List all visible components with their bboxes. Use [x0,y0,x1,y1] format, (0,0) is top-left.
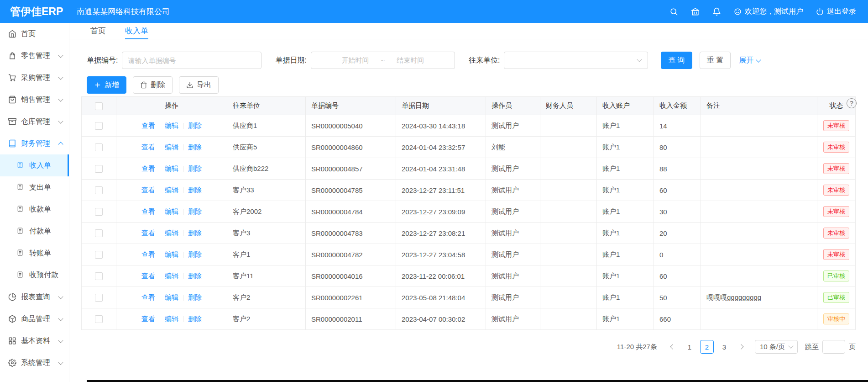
divider [183,209,183,215]
sidebar-item-basic-data[interactable]: 基本资料 [0,330,69,352]
edit-link[interactable]: 编辑 [165,293,178,301]
page-size-select[interactable]: 10 条/页 [755,340,798,354]
logout-button[interactable]: 退出登录 [816,7,856,16]
delete-link[interactable]: 删除 [188,186,202,194]
delete-link[interactable]: 删除 [188,122,202,129]
sidebar-item-label: 零售管理 [21,51,59,61]
add-button[interactable]: 新增 [87,76,126,94]
view-link[interactable]: 查看 [141,293,155,301]
sidebar-subitem-expense-receipt[interactable]: 支出单 [0,176,69,198]
row-checkbox-cell [82,223,116,244]
sidebar-item-retail[interactable]: 零售管理 [0,45,69,67]
view-link[interactable]: 查看 [141,272,155,280]
cell-remark: 嘎嘎嘎ggggggggg [701,287,817,308]
date-start-input[interactable]: 开始时间 [342,56,369,65]
row-checkbox[interactable] [95,315,103,323]
view-link[interactable]: 查看 [141,164,155,172]
cell-operator: 测试用户 [486,115,540,137]
sidebar-item-label: 商品管理 [21,314,59,324]
export-button[interactable]: 导出 [179,76,219,94]
sidebar-subitem-transfer-bill[interactable]: 转账单 [0,242,69,264]
row-checkbox[interactable] [95,122,103,130]
sidebar-item-home[interactable]: 首页 [0,23,69,45]
row-checkbox[interactable] [95,251,103,259]
sidebar-subitem-payment-bill[interactable]: 付款单 [0,220,69,242]
partner-select[interactable] [504,52,648,69]
row-actions: 查看编辑删除 [116,244,227,265]
sales-icon [8,96,16,104]
view-link[interactable]: 查看 [141,315,155,323]
sidebar-item-sales[interactable]: 销售管理 [0,89,69,111]
sidebar-item-goods[interactable]: 商品管理 [0,308,69,330]
row-checkbox[interactable] [95,208,103,216]
delete-link[interactable]: 删除 [188,250,202,258]
view-link[interactable]: 查看 [141,250,155,258]
edit-link[interactable]: 编辑 [165,186,178,194]
edit-link[interactable]: 编辑 [165,315,178,323]
expand-toggle[interactable]: 展开 [739,56,760,65]
status-badge: 未审核 [823,228,849,239]
edit-link[interactable]: 编辑 [165,272,178,280]
select-all-checkbox[interactable] [95,102,103,110]
delete-link[interactable]: 删除 [188,143,202,151]
page-button-2[interactable]: 2 [700,340,714,354]
edit-link[interactable]: 编辑 [165,143,178,151]
table-row: 查看编辑删除 客户2 SR00000002261 2023-05-08 21:4… [82,287,856,308]
delete-button[interactable]: 删除 [133,76,173,94]
sidebar-subitem-receipt-bill[interactable]: 收款单 [0,198,69,220]
bell-icon[interactable] [712,7,721,16]
delete-link[interactable]: 删除 [188,207,202,215]
edit-link[interactable]: 编辑 [165,207,178,215]
sidebar-item-warehouse[interactable]: 仓库管理 [0,111,69,133]
page-unit-label: 页 [849,343,856,351]
view-link[interactable]: 查看 [141,143,155,151]
row-checkbox[interactable] [95,165,103,173]
view-link[interactable]: 查看 [141,122,155,129]
sidebar-subitem-income-receipt[interactable]: 收入单 [0,154,69,176]
sidebar-item-finance[interactable]: 财务管理 [0,133,69,154]
delete-link[interactable]: 删除 [188,272,202,280]
view-link[interactable]: 查看 [141,207,155,215]
reset-button[interactable]: 重 置 [700,52,731,69]
date-range-picker[interactable]: 开始时间 ~ 结束时间 [311,52,455,69]
row-checkbox[interactable] [95,143,103,151]
edit-link[interactable]: 编辑 [165,250,178,258]
tab-home[interactable]: 首页 [90,23,106,39]
edit-link[interactable]: 编辑 [165,229,178,237]
prev-page-button[interactable] [665,340,679,354]
table-row: 查看编辑删除 客户33 SR00000004785 2023-12-27 23:… [82,180,856,201]
sidebar-item-reports[interactable]: 报表查询 [0,286,69,308]
bill-no-input[interactable] [122,52,261,69]
date-end-input[interactable]: 结束时间 [397,56,424,65]
sidebar: 首页 零售管理 采购管理 销售管理 仓库管理 财务管理 [0,23,69,382]
app-logo[interactable]: 管伊佳ERP [0,5,69,19]
page-button-1[interactable]: 1 [683,340,696,354]
row-checkbox[interactable] [95,229,103,237]
search-icon[interactable] [669,7,678,16]
sidebar-subitem-advance-receipt[interactable]: 收预付款 [0,264,69,286]
edit-link[interactable]: 编辑 [165,164,178,172]
partner-label: 往来单位: [469,56,500,65]
building-icon[interactable] [691,7,700,16]
delete-link[interactable]: 删除 [188,293,202,301]
view-link[interactable]: 查看 [141,229,155,237]
edit-link[interactable]: 编辑 [165,122,178,129]
sidebar-item-purchase[interactable]: 采购管理 [0,67,69,89]
delete-link[interactable]: 删除 [188,164,202,172]
row-checkbox-cell [82,180,116,201]
next-page-button[interactable] [735,340,748,354]
delete-link[interactable]: 删除 [188,315,202,323]
row-checkbox[interactable] [95,294,103,302]
view-link[interactable]: 查看 [141,186,155,194]
cell-finance-staff [540,244,597,265]
row-checkbox[interactable] [95,272,103,280]
tab-income-receipt[interactable]: 收入单 [125,23,148,39]
jump-to-input[interactable] [822,340,845,354]
delete-link[interactable]: 删除 [188,229,202,237]
search-button[interactable]: 查 询 [661,52,692,69]
sidebar-item-system[interactable]: 系统管理 [0,352,69,374]
help-icon[interactable]: ? [847,98,857,108]
row-checkbox[interactable] [95,186,103,194]
page-button-3[interactable]: 3 [717,340,731,354]
user-menu[interactable]: 欢迎您，测试用户 [734,7,803,16]
